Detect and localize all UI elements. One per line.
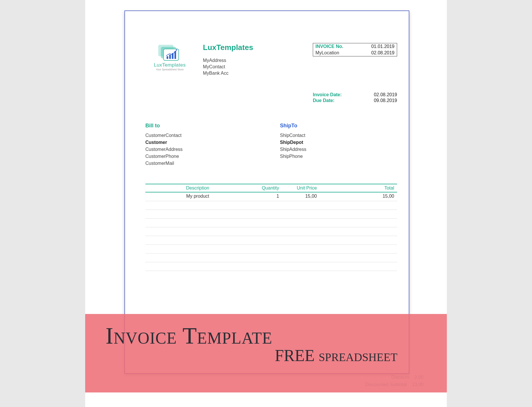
ghost-totals: Discount 2,00 Discounted Subtotal 13,00 — [365, 374, 424, 388]
due-date-label: Due Date: — [313, 98, 335, 103]
bill-to-mail: CustomerMail — [145, 161, 263, 166]
header-row: LuxTemplates Your Spreadsheet Store LuxT… — [145, 43, 397, 77]
ship-to-phone: ShipPhone — [280, 154, 397, 159]
company-block: LuxTemplates MyAddress MyContact MyBank … — [203, 43, 304, 77]
invoice-number-box: INVOICE No. 01.01.2019 MyLocation 02.08.… — [313, 43, 397, 56]
invoice-date-value: 02.08.2019 — [374, 92, 397, 97]
ship-to-address: ShipAddress — [280, 147, 397, 152]
bill-to-heading: Bill to — [145, 123, 263, 129]
company-address: MyAddress — [203, 58, 304, 63]
items-body: My product115,0015,00 — [145, 192, 397, 271]
bill-to-block: Bill to CustomerContact Customer Custome… — [145, 123, 263, 168]
dates-block: Invoice Date: 02.08.2019 Due Date: 09.08… — [145, 92, 397, 104]
table-row — [145, 262, 397, 271]
cell-quantity: 1 — [253, 192, 282, 201]
logo-text: LuxTemplates — [154, 62, 186, 68]
promo-banner: Invoice Template FREE spreadsheet Discou… — [85, 314, 447, 392]
col-unit-price: Unit Price — [282, 184, 320, 192]
ship-to-contact: ShipContact — [280, 133, 397, 138]
invoice-date-label: Invoice Date: — [313, 92, 342, 97]
bill-to-name: Customer — [145, 140, 263, 145]
table-row — [145, 227, 397, 236]
cell-description: My product — [145, 192, 253, 201]
company-logo: LuxTemplates Your Spreadsheet Store — [145, 43, 194, 71]
banner-title: Invoice Template — [106, 323, 447, 349]
cell-total: 15,00 — [320, 192, 397, 201]
table-row — [145, 254, 397, 262]
bill-to-contact: CustomerContact — [145, 133, 263, 138]
ship-to-block: ShipTo ShipContact ShipDepot ShipAddress… — [280, 123, 397, 168]
ship-to-name: ShipDepot — [280, 140, 397, 145]
svg-rect-4 — [169, 55, 171, 59]
due-date-value: 09.08.2019 — [374, 98, 397, 103]
ship-to-heading: ShipTo — [280, 123, 397, 129]
table-row — [145, 219, 397, 227]
cell-unit-price: 15,00 — [282, 192, 320, 201]
col-total: Total — [320, 184, 397, 192]
company-contact: MyContact — [203, 64, 304, 69]
location-value: 02.08.2019 — [371, 50, 394, 56]
table-row — [145, 201, 397, 210]
bill-to-phone: CustomerPhone — [145, 154, 263, 159]
company-name: LuxTemplates — [203, 43, 304, 52]
company-bank: MyBank Acc — [203, 71, 304, 76]
table-row — [145, 245, 397, 254]
table-row: My product115,0015,00 — [145, 192, 397, 201]
items-header: Description Quantity Unit Price Total — [145, 184, 397, 192]
bill-to-address: CustomerAddress — [145, 147, 263, 152]
svg-rect-3 — [167, 56, 168, 59]
invoice-no-label: INVOICE No. — [315, 44, 343, 49]
logo-tagline: Your Spreadsheet Store — [156, 68, 184, 71]
location-label: MyLocation — [315, 50, 339, 56]
invoice-no-value: 01.01.2019 — [371, 44, 394, 49]
col-quantity: Quantity — [253, 184, 282, 192]
items-table: Description Quantity Unit Price Total My… — [145, 184, 397, 271]
logo-icon — [157, 43, 183, 62]
table-row — [145, 210, 397, 219]
table-row — [145, 236, 397, 245]
col-description: Description — [145, 184, 253, 192]
parties-row: Bill to CustomerContact Customer Custome… — [145, 123, 397, 168]
page: LuxTemplates Your Spreadsheet Store LuxT… — [85, 0, 447, 407]
